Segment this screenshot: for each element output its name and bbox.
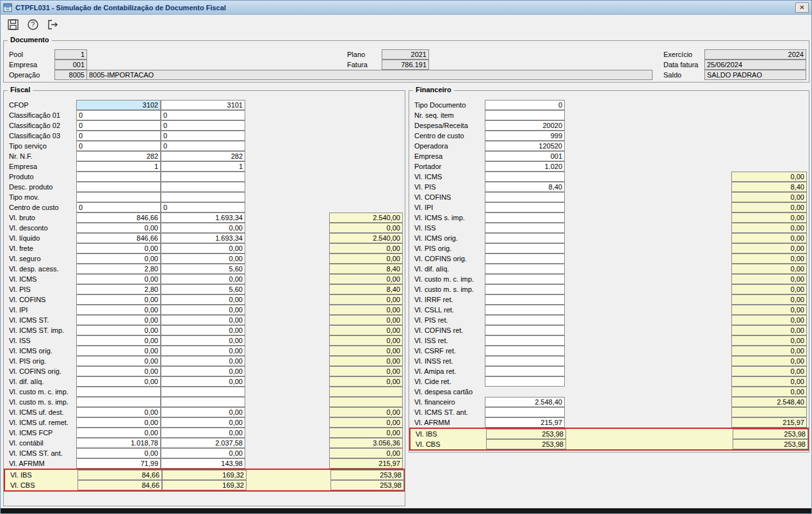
financeiro-col1-field[interactable]: [485, 407, 565, 417]
fiscal-col1-field[interactable]: 84,66: [77, 480, 162, 490]
fiscal-col2-field[interactable]: 0,00: [161, 223, 245, 233]
fiscal-col2-field[interactable]: [161, 397, 245, 407]
fiscal-col1-field[interactable]: 84,66: [77, 470, 162, 480]
fiscal-col2-field[interactable]: 1: [161, 161, 245, 172]
fiscal-col1-field[interactable]: 0,00: [76, 274, 161, 284]
fiscal-col1-field[interactable]: 0: [76, 120, 161, 131]
fiscal-col1-field[interactable]: 2,80: [76, 264, 161, 274]
fiscal-col1-field[interactable]: 0,00: [76, 294, 161, 305]
fiscal-col2-field[interactable]: 0,00: [161, 243, 245, 253]
fiscal-col1-field[interactable]: 0,00: [76, 335, 161, 346]
financeiro-col1-field[interactable]: 001: [485, 151, 565, 161]
fiscal-col2-field[interactable]: 0: [161, 141, 245, 151]
financeiro-col1-field[interactable]: [485, 284, 565, 294]
fiscal-col2-field[interactable]: 0,00: [161, 294, 245, 305]
financeiro-col1-field[interactable]: 253,98: [486, 429, 566, 439]
fiscal-col2-field[interactable]: 5,60: [161, 284, 245, 294]
fiscal-col1-field[interactable]: 0,00: [76, 407, 161, 417]
financeiro-col1-field[interactable]: [485, 335, 565, 346]
fiscal-col1-field[interactable]: 0,00: [76, 356, 161, 366]
help-button[interactable]: ?: [25, 17, 40, 32]
fiscal-col1-field[interactable]: 0,00: [76, 376, 161, 387]
fiscal-col2-field[interactable]: 0,00: [161, 356, 245, 366]
financeiro-col1-field[interactable]: [485, 213, 565, 223]
fiscal-col2-field[interactable]: [161, 387, 245, 397]
fiscal-col1-field[interactable]: 0,00: [76, 417, 161, 428]
fiscal-col2-field[interactable]: 1.693,34: [161, 213, 245, 223]
fiscal-col2-field[interactable]: 282: [161, 151, 245, 161]
financeiro-col1-field[interactable]: [485, 223, 565, 233]
fiscal-col1-field[interactable]: [76, 387, 161, 397]
fiscal-col2-field[interactable]: 2.037,58: [161, 438, 245, 448]
financeiro-col1-field[interactable]: [485, 294, 565, 305]
financeiro-col1-field[interactable]: [485, 315, 565, 325]
fiscal-col2-field[interactable]: 0,00: [161, 417, 245, 428]
fiscal-col2-field[interactable]: 0,00: [161, 305, 245, 315]
fiscal-col1-field[interactable]: 0,00: [76, 428, 161, 438]
exit-button[interactable]: [45, 17, 60, 32]
fiscal-col1-field[interactable]: 0,00: [76, 305, 161, 315]
fiscal-col1-field[interactable]: 846,66: [76, 233, 161, 243]
fiscal-col2-field[interactable]: 0: [161, 131, 245, 141]
close-button[interactable]: ✕: [795, 3, 809, 13]
fiscal-col1-field[interactable]: 0,00: [76, 315, 161, 325]
fiscal-col1-field[interactable]: 0,00: [76, 366, 161, 376]
fiscal-col2-field[interactable]: 0,00: [161, 346, 245, 356]
financeiro-col1-field[interactable]: [485, 253, 565, 264]
financeiro-col1-field[interactable]: [485, 192, 565, 202]
financeiro-col1-field[interactable]: [485, 346, 565, 356]
fiscal-col1-field[interactable]: 1: [76, 161, 161, 172]
fiscal-col1-field[interactable]: 0: [76, 110, 161, 120]
fiscal-col1-field[interactable]: [76, 192, 161, 202]
financeiro-col1-field[interactable]: [485, 305, 565, 315]
financeiro-col1-field[interactable]: [485, 376, 565, 387]
fiscal-col1-field[interactable]: 846,66: [76, 213, 161, 223]
fiscal-col2-field[interactable]: 0,00: [161, 335, 245, 346]
fiscal-col1-field[interactable]: 0,00: [76, 243, 161, 253]
financeiro-col1-field[interactable]: [485, 356, 565, 366]
fiscal-col1-field[interactable]: 0: [76, 202, 161, 213]
fiscal-col2-field[interactable]: 1.693,34: [161, 233, 245, 243]
financeiro-col1-field[interactable]: 1.020: [485, 161, 565, 172]
fiscal-col2-field[interactable]: [161, 192, 245, 202]
fiscal-col1-field[interactable]: 0: [76, 131, 161, 141]
financeiro-col1-field[interactable]: [485, 366, 565, 376]
fiscal-col1-field[interactable]: [76, 397, 161, 407]
fiscal-col1-field[interactable]: 1.018,78: [76, 438, 161, 448]
save-button[interactable]: [5, 17, 20, 32]
financeiro-col1-field[interactable]: [485, 233, 565, 243]
fiscal-col2-field[interactable]: [161, 182, 245, 192]
fiscal-col2-field[interactable]: 5,60: [161, 264, 245, 274]
fiscal-col1-field[interactable]: 3102: [76, 100, 161, 110]
fiscal-col1-field[interactable]: [76, 172, 161, 182]
financeiro-col1-field[interactable]: 2.548,40: [485, 397, 565, 407]
fiscal-col2-field[interactable]: 3101: [161, 100, 245, 110]
financeiro-col1-field[interactable]: 8,40: [485, 182, 565, 192]
fiscal-col1-field[interactable]: 71,99: [76, 458, 161, 469]
financeiro-col1-field[interactable]: [485, 243, 565, 253]
financeiro-col1-field[interactable]: 215,97: [485, 417, 565, 428]
fiscal-col2-field[interactable]: 0,00: [161, 325, 245, 335]
fiscal-col2-field[interactable]: 0,00: [161, 407, 245, 417]
fiscal-col2-field[interactable]: 0,00: [161, 428, 245, 438]
fiscal-col2-field[interactable]: 0,00: [161, 253, 245, 264]
fiscal-col2-field[interactable]: 0: [161, 202, 245, 213]
fiscal-col1-field[interactable]: 0,00: [76, 253, 161, 264]
financeiro-col1-field[interactable]: 999: [485, 131, 565, 141]
fiscal-col2-field[interactable]: 0: [161, 110, 245, 120]
financeiro-col1-field[interactable]: 20020: [485, 120, 565, 131]
fiscal-col2-field[interactable]: 169,32: [162, 470, 247, 480]
fiscal-col1-field[interactable]: 2,80: [76, 284, 161, 294]
fiscal-col2-field[interactable]: 0,00: [161, 366, 245, 376]
financeiro-col1-field[interactable]: [485, 274, 565, 284]
fiscal-col1-field[interactable]: 0,00: [76, 346, 161, 356]
fiscal-col2-field[interactable]: 0,00: [161, 315, 245, 325]
financeiro-col1-field[interactable]: [485, 202, 565, 213]
financeiro-col1-field[interactable]: 120520: [485, 141, 565, 151]
fiscal-col2-field[interactable]: 0,00: [161, 448, 245, 458]
fiscal-col1-field[interactable]: [76, 182, 161, 192]
fiscal-col2-field[interactable]: 0: [161, 120, 245, 131]
financeiro-col1-field[interactable]: [485, 110, 565, 120]
fiscal-col2-field[interactable]: [161, 172, 245, 182]
fiscal-col1-field[interactable]: 282: [76, 151, 161, 161]
